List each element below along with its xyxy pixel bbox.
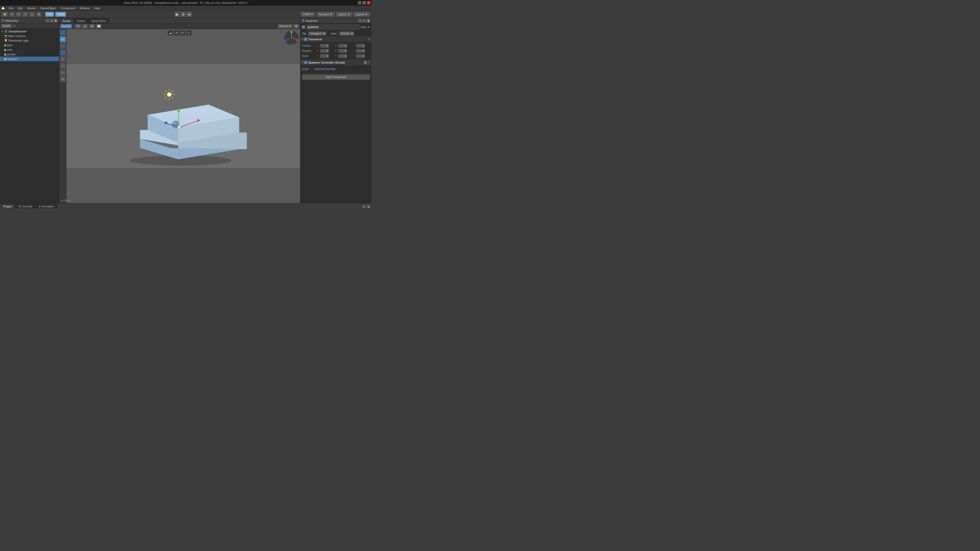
scale-tool-button[interactable]: ⤡ <box>22 12 28 17</box>
menu-gameobject[interactable]: GameObject <box>38 6 58 10</box>
inspector-expand-button[interactable]: □ <box>363 19 366 22</box>
tab-console[interactable]: ⊡ Console <box>15 203 35 208</box>
tab-project[interactable]: Project <box>0 203 15 208</box>
hierarchy-create-button[interactable]: Create <box>1 24 12 28</box>
object-name-input[interactable] <box>306 24 360 30</box>
close-button[interactable]: ✕ <box>367 1 371 5</box>
account-button[interactable]: Account ▼ <box>317 12 335 17</box>
inspector-tag-row: Tag Untagged Layer Default <box>301 31 372 37</box>
tab-asset-store[interactable]: Asset Store <box>88 18 109 23</box>
menu-file[interactable]: File <box>6 6 15 10</box>
inspector-lock-button[interactable]: 🔒 <box>366 19 370 22</box>
object-active-checkbox[interactable] <box>302 25 305 29</box>
scale-z-input[interactable] <box>356 54 365 58</box>
tag-select[interactable]: Untagged <box>308 32 326 36</box>
2d-button[interactable]: 2D <box>75 24 81 29</box>
window-controls: — ❐ ✕ <box>358 1 371 5</box>
rect-tool-button[interactable]: ▭ <box>29 12 35 17</box>
layers-button[interactable]: Layers ▼ <box>336 12 352 17</box>
transform-component-header[interactable]: J Transform ⚙ <box>301 37 372 42</box>
sz-label: Z <box>353 55 355 57</box>
menu-assets[interactable]: Assets <box>25 6 38 10</box>
script-expand-button[interactable]: ⊞ <box>364 61 367 64</box>
hierarchy-minimize-button[interactable]: — <box>46 19 49 22</box>
left-tool-3d[interactable]: 3D <box>60 76 66 82</box>
pause-button[interactable]: ⏸ <box>180 11 186 17</box>
add-component-button[interactable]: Add Component <box>302 74 370 80</box>
left-tool-1[interactable]: 1 <box>60 30 66 36</box>
minimize-button[interactable]: — <box>358 1 361 5</box>
script-menu-button[interactable]: ⚙ <box>368 61 370 64</box>
hierarchy-expand-button[interactable]: □ <box>50 19 53 22</box>
left-tool-4[interactable]: 1 <box>60 49 66 56</box>
sky-button[interactable]: 🌅 <box>96 24 102 29</box>
audio-button[interactable]: 🔊 <box>82 24 88 29</box>
hierarchy-item-pusher[interactable]: ◼ pusher <box>0 52 59 57</box>
play-controls: ▶ ⏸ ⏭ <box>174 11 192 17</box>
left-tool-x[interactable]: X <box>60 56 66 62</box>
script-checkbox[interactable] <box>304 61 307 64</box>
position-y-input[interactable] <box>338 44 347 48</box>
layer-select[interactable]: Default <box>339 32 354 36</box>
rotate-tool-button[interactable]: ↻ <box>16 12 21 17</box>
script-label: Script <box>302 68 313 70</box>
gizmos-button[interactable]: Gizmos ▼ <box>278 24 293 29</box>
shaded-button[interactable]: Shaded <box>60 24 72 29</box>
hierarchy-lock-icon: ☰ <box>2 19 4 22</box>
bottom-expand-button[interactable]: ▲ <box>366 205 371 208</box>
scene-viewport[interactable]: 1 ON → 1 X Y Z 3D <box>59 29 300 203</box>
tab-animation[interactable]: ● Animation <box>36 203 58 208</box>
pivot-button[interactable]: Pivot <box>45 12 54 17</box>
left-tool-move[interactable]: → <box>60 43 66 49</box>
left-tool-z[interactable]: Z <box>60 69 66 76</box>
position-y-field: Y <box>335 44 352 48</box>
script-component-header[interactable]: J Spawner Controller (Script) ⊞ ⚙ <box>301 60 372 65</box>
move-tool-button[interactable]: ✛ <box>9 12 15 17</box>
global-button[interactable]: Global <box>55 12 66 17</box>
transform-menu-button[interactable]: ⚙ <box>368 38 370 41</box>
hierarchy-item-floor[interactable]: ◼ floor <box>0 43 59 48</box>
script-component-icon: J <box>302 61 303 64</box>
vp-play-button[interactable]: ▷ <box>186 30 192 36</box>
hand-tool-button[interactable]: ✋ <box>2 12 8 17</box>
step-button[interactable]: ⏭ <box>186 11 192 17</box>
position-x-input[interactable] <box>320 44 329 48</box>
collab-button[interactable]: Collab ▼ <box>301 12 315 17</box>
left-tool-on[interactable]: ON <box>60 36 66 42</box>
left-tool-y[interactable]: Y <box>60 63 66 69</box>
tab-game[interactable]: Game <box>74 18 88 23</box>
scale-x-input[interactable] <box>320 54 329 58</box>
hierarchy-scene-root[interactable]: ▼ 🎬 SampleScene* <box>0 29 59 34</box>
hierarchy-item-coin[interactable]: ◼ coin <box>0 48 59 52</box>
vp-move-button[interactable]: ✛ <box>174 30 180 36</box>
scene-all-button[interactable]: All <box>293 24 299 29</box>
vp-rotate-button[interactable]: ↻ <box>180 30 186 36</box>
hierarchy-item-spawner[interactable]: ◼ spawner <box>0 57 59 61</box>
hierarchy-lock-button[interactable]: 🔒 <box>54 19 57 22</box>
hierarchy-item-directional-light[interactable]: 💡 Directional Light <box>0 38 59 43</box>
tab-scene[interactable]: Scene <box>59 18 74 23</box>
position-z-input[interactable] <box>356 44 365 48</box>
hierarchy-item-main-camera[interactable]: 📷 Main Camera <box>0 34 59 38</box>
menu-window[interactable]: Window <box>78 6 92 10</box>
script-value[interactable]: SpawnerController <box>314 68 336 70</box>
restore-button[interactable]: ❐ <box>363 1 366 5</box>
menu-edit[interactable]: Edit <box>16 6 25 10</box>
transform-checkbox[interactable] <box>304 38 307 41</box>
play-button[interactable]: ▶ <box>174 11 180 17</box>
bottom-minimize-button[interactable]: — <box>362 205 366 208</box>
rotation-y-input[interactable] <box>338 49 347 53</box>
transform-title: Transform <box>308 38 322 41</box>
menu-component[interactable]: Component <box>59 6 77 10</box>
coin-icon: ◼ <box>4 48 6 52</box>
rotation-z-input[interactable] <box>356 49 365 53</box>
scale-y-input[interactable] <box>338 54 347 58</box>
vp-scene-button[interactable]: ☁ <box>168 30 173 36</box>
menu-help[interactable]: Help <box>92 6 102 10</box>
fx-button[interactable]: ✨ <box>89 24 95 29</box>
sx-label: X <box>317 55 320 57</box>
transform-tool-button[interactable]: ⊞ <box>36 12 41 17</box>
layout-button[interactable]: Layout ▼ <box>353 12 370 17</box>
rotation-x-input[interactable] <box>320 49 329 53</box>
inspector-minimize-button[interactable]: — <box>358 19 362 22</box>
